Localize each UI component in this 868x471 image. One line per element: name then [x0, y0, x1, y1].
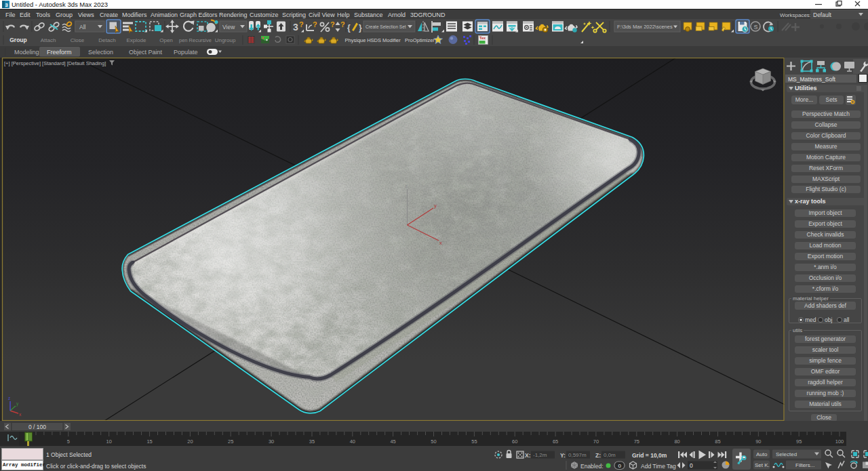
svg-text:0 / 100: 0 / 100 [28, 424, 46, 430]
svg-text:Tex: Tex [479, 36, 486, 40]
svg-text:Populate: Populate [174, 49, 198, 56]
svg-text:Detach: Detach [98, 37, 115, 43]
svg-text:?: ? [340, 20, 345, 28]
svg-text:Enabled:: Enabled: [580, 463, 604, 470]
svg-text:40: 40 [350, 438, 355, 445]
svg-text:z: z [405, 183, 408, 189]
svg-text:5: 5 [67, 438, 70, 445]
svg-text:15: 15 [146, 438, 152, 445]
svg-text:med: med [805, 316, 816, 323]
svg-text:Freeform: Freeform [47, 49, 72, 56]
svg-text:45: 45 [390, 438, 395, 445]
svg-text:80: 80 [674, 438, 679, 445]
svg-text:Filters...: Filters... [795, 462, 814, 468]
svg-text:Z:: Z: [595, 452, 601, 459]
svg-text:Close: Close [71, 37, 85, 43]
svg-text:Ungroup: Ungroup [215, 37, 236, 43]
svg-text:35: 35 [309, 438, 315, 445]
svg-text:30: 30 [269, 438, 274, 445]
svg-text:pen Recursive: pen Recursive [179, 37, 212, 43]
svg-text:X:: X: [525, 452, 531, 459]
svg-text:25: 25 [228, 438, 233, 445]
svg-text:Group: Group [9, 37, 27, 43]
svg-text:100: 100 [835, 438, 844, 445]
svg-text:50: 50 [431, 438, 436, 445]
svg-text:z: z [8, 396, 10, 401]
svg-text:?: ? [299, 20, 304, 28]
svg-text:S: S [754, 24, 758, 30]
svg-text:Object Paint: Object Paint [129, 49, 163, 56]
svg-text:View: View [222, 24, 235, 30]
svg-text:Selected: Selected [776, 451, 797, 457]
svg-text:20: 20 [187, 438, 193, 445]
svg-text:}: } [359, 23, 362, 33]
svg-text:3: 3 [293, 22, 298, 33]
svg-text:90: 90 [755, 438, 761, 445]
svg-text:Explode: Explode [127, 37, 146, 43]
svg-text:Set K.: Set K. [755, 462, 770, 468]
svg-text:?: ? [330, 20, 335, 28]
svg-text:0,597m: 0,597m [568, 452, 587, 458]
svg-text:Attach: Attach [41, 37, 56, 43]
svg-text:Modeling: Modeling [14, 49, 39, 56]
svg-text:75: 75 [634, 438, 639, 445]
svg-text:3: 3 [5, 2, 8, 8]
svg-text:Selection: Selection [88, 49, 113, 56]
svg-text:Physique: Physique [345, 37, 366, 43]
svg-text:Auto: Auto [756, 451, 768, 457]
svg-text:Open: Open [159, 37, 173, 43]
svg-text:all: all [844, 316, 850, 323]
svg-text:All: All [79, 24, 86, 30]
svg-text:obj: obj [825, 316, 832, 323]
svg-text:ProOptimizer: ProOptimizer [405, 37, 435, 43]
svg-text:F:\3ds Max 2022\scenes: F:\3ds Max 2022\scenes [617, 24, 673, 30]
svg-text:0: 0 [618, 463, 622, 469]
svg-text:95: 95 [796, 438, 802, 445]
svg-text:y: y [434, 203, 437, 209]
svg-text:-1,2m: -1,2m [533, 452, 547, 458]
svg-text:[+] [Perspective] [Standard] [: [+] [Perspective] [Standard] [Default Sh… [4, 60, 106, 66]
svg-text:x: x [439, 240, 442, 246]
svg-text:{: { [347, 23, 351, 33]
svg-text:10: 10 [106, 438, 112, 445]
svg-text:Y:: Y: [560, 452, 566, 459]
svg-text:Add Time Tag: Add Time Tag [641, 463, 676, 470]
svg-text:65: 65 [553, 438, 558, 445]
svg-text:0: 0 [690, 462, 693, 469]
svg-text:Grid = 10,0m: Grid = 10,0m [632, 452, 667, 459]
svg-text:85: 85 [715, 438, 720, 445]
svg-text:Create Selection Set: Create Selection Set [366, 24, 406, 29]
svg-text:55: 55 [471, 438, 477, 445]
svg-text:60: 60 [512, 438, 517, 445]
svg-text:70: 70 [593, 438, 599, 445]
svg-text:HSDS Modifier: HSDS Modifier [367, 37, 401, 43]
svg-text:0,0m: 0,0m [604, 452, 616, 458]
svg-text:?: ? [313, 20, 317, 28]
